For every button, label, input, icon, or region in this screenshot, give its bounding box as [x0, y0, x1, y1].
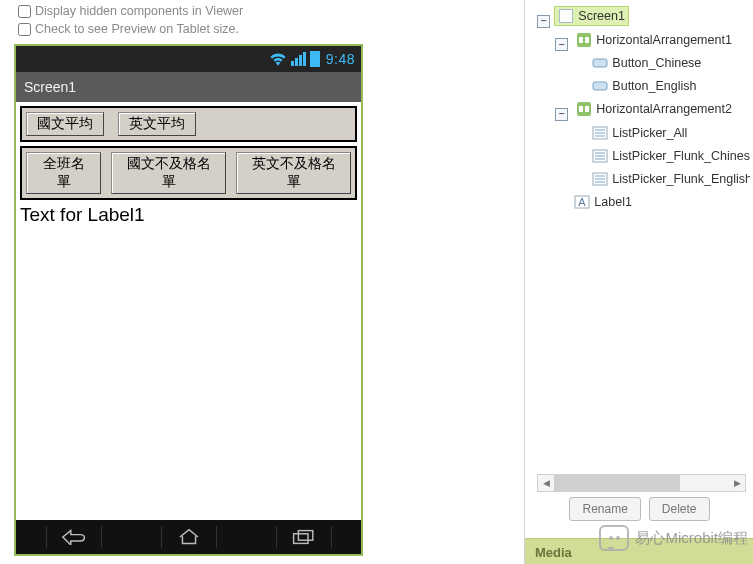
listpicker-flunk-chinese[interactable]: 國文不及格名單 — [111, 152, 226, 194]
scroll-track[interactable] — [554, 475, 729, 491]
nav-back-icon[interactable] — [46, 526, 102, 548]
svg-rect-0 — [293, 534, 307, 544]
scroll-right-icon[interactable]: ▶ — [729, 475, 745, 491]
opt-display-hidden[interactable]: Display hidden components in Viewer — [18, 2, 520, 20]
tree-node-ha2[interactable]: HorizontalArrangement2 — [573, 100, 735, 118]
tree-node-ha1[interactable]: HorizontalArrangement1 — [573, 31, 735, 49]
svg-rect-2 — [560, 10, 573, 23]
screen-icon — [558, 8, 574, 24]
button-icon — [592, 55, 608, 71]
expander-icon[interactable]: − — [537, 15, 550, 28]
tree-node-lp-flunk-chinese[interactable]: ListPicker_Flunk_Chinese — [589, 147, 750, 165]
signal-icon — [291, 52, 306, 66]
expander-icon[interactable]: − — [555, 38, 568, 51]
scroll-left-icon[interactable]: ◀ — [538, 475, 554, 491]
harrangement-icon — [576, 101, 592, 117]
tree-label: HorizontalArrangement1 — [596, 33, 732, 47]
tree-node-lp-all[interactable]: ListPicker_All — [589, 124, 690, 142]
tree-label: Label1 — [594, 195, 632, 209]
horizontal-arrangement-2[interactable]: 全班名單 國文不及格名單 英文不及格名單 — [20, 146, 357, 200]
tree-label: HorizontalArrangement2 — [596, 102, 732, 116]
opt-tablet-preview[interactable]: Check to see Preview on Tablet size. — [18, 20, 520, 38]
android-navbar — [16, 520, 361, 554]
tree-label: Screen1 — [578, 9, 625, 23]
wifi-icon — [269, 52, 287, 66]
svg-rect-7 — [593, 82, 607, 90]
nav-recent-icon[interactable] — [276, 526, 332, 548]
tree-label: ListPicker_All — [612, 126, 687, 140]
rename-button[interactable]: Rename — [569, 497, 640, 521]
screen-title: Screen1 — [24, 79, 76, 95]
svg-rect-1 — [298, 531, 312, 541]
listpicker-flunk-english[interactable]: 英文不及格名單 — [236, 152, 351, 194]
checkbox-tablet-preview[interactable] — [18, 23, 31, 36]
checkbox-display-hidden[interactable] — [18, 5, 31, 18]
tree-label: Button_English — [612, 79, 696, 93]
tree-node-button-chinese[interactable]: Button_Chinese — [589, 54, 704, 72]
svg-rect-10 — [585, 106, 589, 112]
component-tree[interactable]: − Screen1 − — [537, 7, 750, 213]
tree-node-button-english[interactable]: Button_English — [589, 77, 699, 95]
tree-label: Button_Chinese — [612, 56, 701, 70]
listpicker-icon — [592, 148, 608, 164]
svg-rect-4 — [579, 37, 583, 43]
media-panel-header[interactable]: Media — [525, 538, 753, 564]
button-icon — [592, 78, 608, 94]
listpicker-icon — [592, 125, 608, 141]
svg-rect-5 — [585, 37, 589, 43]
screen-title-bar: Screen1 — [16, 72, 361, 102]
svg-text:A: A — [579, 196, 587, 208]
opt-tablet-preview-label: Check to see Preview on Tablet size. — [35, 20, 239, 38]
listpicker-icon — [592, 171, 608, 187]
tree-label: ListPicker_Flunk_Chinese — [612, 149, 750, 163]
button-english-avg[interactable]: 英文平均 — [118, 112, 196, 136]
battery-icon — [310, 51, 320, 67]
tree-node-label1[interactable]: A Label1 — [571, 193, 635, 211]
svg-rect-6 — [593, 59, 607, 67]
delete-button[interactable]: Delete — [649, 497, 710, 521]
status-bar: 9:48 — [16, 46, 361, 72]
opt-display-hidden-label: Display hidden components in Viewer — [35, 2, 243, 20]
screen-canvas: 國文平均 英文平均 全班名單 國文不及格名單 英文不及格名單 Text for … — [16, 102, 361, 520]
tree-node-lp-flunk-english[interactable]: ListPicker_Flunk_English — [589, 170, 750, 188]
horizontal-arrangement-1[interactable]: 國文平均 英文平均 — [20, 106, 357, 142]
harrangement-icon — [576, 32, 592, 48]
label1[interactable]: Text for Label1 — [16, 202, 361, 228]
listpicker-all[interactable]: 全班名單 — [26, 152, 101, 194]
expander-icon[interactable]: − — [555, 108, 568, 121]
clock-text: 9:48 — [326, 51, 355, 67]
button-chinese-avg[interactable]: 國文平均 — [26, 112, 104, 136]
media-label: Media — [535, 545, 572, 560]
nav-home-icon[interactable] — [161, 526, 217, 548]
svg-rect-9 — [579, 106, 583, 112]
phone-preview: 9:48 Screen1 國文平均 英文平均 全班名單 國文不及格名單 英文不及… — [14, 44, 363, 556]
tree-label: ListPicker_Flunk_English — [612, 172, 750, 186]
scroll-thumb[interactable] — [554, 475, 680, 491]
tree-hscrollbar[interactable]: ◀ ▶ — [537, 474, 746, 492]
label-icon: A — [574, 194, 590, 210]
tree-node-screen1[interactable]: Screen1 — [555, 7, 628, 25]
